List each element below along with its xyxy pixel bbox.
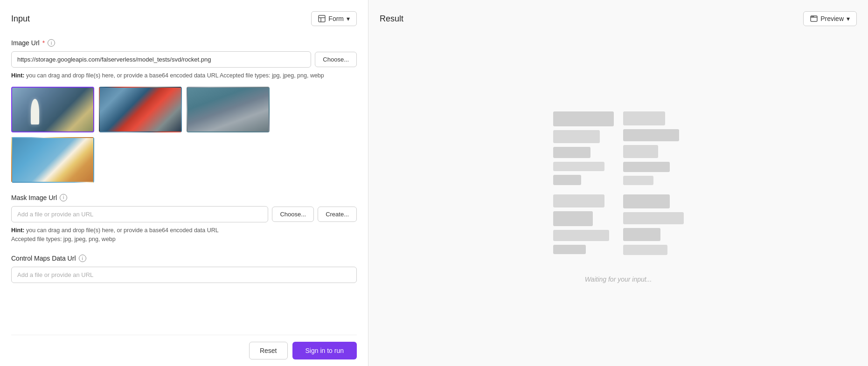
form-button-label: Form [328, 15, 344, 22]
waiting-text: Waiting for your input... [585, 276, 652, 283]
preview-button[interactable]: Preview ▾ [803, 11, 857, 26]
control-maps-input-row [11, 267, 357, 283]
result-header: Result Preview ▾ [380, 11, 857, 26]
thumbnail-red-car[interactable] [99, 87, 182, 132]
mask-url-choose-button[interactable]: Choose... [272, 207, 314, 222]
result-content: Waiting for your input... [380, 39, 857, 355]
thumbnail-ship[interactable] [187, 87, 270, 132]
left-panel: Input Form ▾ Image Url* i Choose... Hint… [0, 0, 368, 366]
mask-url-input[interactable] [11, 206, 268, 222]
image-url-input-row: Choose... [11, 51, 357, 68]
mask-url-input-row: Choose... Create... [11, 206, 357, 222]
mask-url-info-icon[interactable]: i [60, 194, 67, 201]
thumbnail-rocket-flight[interactable] [11, 137, 94, 183]
run-button[interactable]: Sign in to run [292, 342, 357, 359]
preview-chevron-icon: ▾ [847, 15, 850, 22]
control-maps-input[interactable] [11, 267, 357, 283]
image-url-info-icon[interactable]: i [48, 39, 55, 47]
image-url-label: Image Url* i [11, 39, 357, 47]
result-title: Result [380, 14, 403, 24]
mask-image-url-section: Mask Image Url i Choose... Create... Hin… [11, 194, 357, 244]
image-url-hint: Hint: you can drag and drop file(s) here… [11, 71, 357, 80]
thumbnail-row [11, 87, 357, 183]
page-title: Input [11, 14, 30, 24]
preview-icon [810, 15, 818, 22]
mask-image-url-label: Mask Image Url i [11, 194, 357, 201]
control-maps-info-icon[interactable]: i [79, 255, 86, 262]
placeholder-block-3 [553, 194, 614, 255]
image-url-section: Image Url* i Choose... Hint: you can dra… [11, 39, 357, 183]
right-panel: Result Preview ▾ [368, 0, 868, 366]
image-url-input[interactable] [11, 51, 311, 68]
panel-header: Input Form ▾ [11, 11, 357, 26]
mask-url-create-button[interactable]: Create... [318, 207, 357, 222]
thumbnail-rocket-launch[interactable] [11, 87, 94, 132]
placeholder-block-1 [553, 111, 614, 185]
reset-button[interactable]: Reset [249, 342, 288, 359]
mask-url-hint: Hint: you can drag and drop file(s) here… [11, 226, 357, 244]
placeholder-block-2 [623, 111, 684, 185]
table-icon [318, 15, 326, 22]
result-placeholder-grid [553, 111, 684, 255]
control-maps-section: Control Maps Data Url i [11, 255, 357, 283]
svg-point-5 [813, 16, 814, 17]
image-url-choose-button[interactable]: Choose... [315, 52, 357, 67]
bottom-bar: Reset Sign in to run [11, 335, 357, 366]
control-maps-label: Control Maps Data Url i [11, 255, 357, 262]
svg-rect-0 [319, 15, 325, 22]
svg-point-4 [812, 16, 812, 17]
required-indicator: * [42, 39, 45, 47]
placeholder-block-4 [623, 194, 684, 255]
form-button[interactable]: Form ▾ [311, 11, 357, 26]
chevron-down-icon: ▾ [347, 15, 350, 22]
